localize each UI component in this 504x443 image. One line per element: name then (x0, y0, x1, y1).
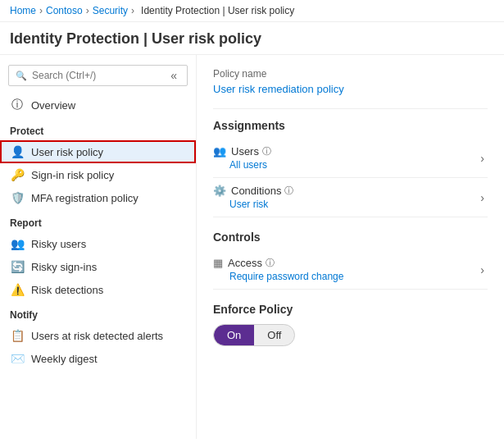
conditions-info-icon: ⓘ (284, 185, 293, 197)
toggle-off-option[interactable]: Off (254, 325, 294, 345)
sidebar-item-mfa-registration[interactable]: 🛡️ MFA registration policy (0, 186, 196, 209)
sidebar-item-risky-signins-label: Risky sign-ins (31, 261, 97, 273)
sidebar-item-overview[interactable]: ⓘ Overview (0, 93, 196, 117)
users-assignment-label: Users (231, 145, 259, 158)
overview-icon: ⓘ (10, 98, 25, 112)
sidebar: 🔍 « ⓘ Overview Protect 👤 User risk polic… (0, 55, 197, 439)
conditions-assignment-icon: ⚙️ (213, 185, 226, 197)
access-chevron-icon[interactable]: › (477, 260, 488, 280)
users-assignment-icon: 👥 (213, 145, 226, 158)
page-title: Identity Protection | User risk policy (0, 22, 504, 55)
search-icon: 🔍 (16, 71, 27, 81)
risky-signins-icon: 🔄 (10, 260, 25, 273)
sidebar-item-weekly-digest[interactable]: ✉️ Weekly digest (0, 347, 196, 370)
access-info-icon: ⓘ (266, 257, 275, 269)
enforce-policy-label: Enforce Policy (213, 303, 488, 316)
breadcrumb-security[interactable]: Security (93, 5, 128, 16)
sidebar-item-alerts[interactable]: 📋 Users at risk detected alerts (0, 324, 196, 347)
policy-name-label: Policy name (213, 68, 488, 80)
sidebar-item-mfa-registration-label: MFA registration policy (31, 192, 138, 204)
sidebar-item-risk-detections-label: Risk detections (31, 284, 103, 296)
sidebar-section-report: Report (0, 209, 196, 232)
breadcrumb-current: Identity Protection | User risk policy (141, 5, 294, 16)
users-assignment-value: All users (213, 159, 477, 171)
user-risk-policy-icon: 👤 (10, 145, 25, 158)
conditions-assignment-row: ⚙️ Conditions ⓘ User risk › (213, 178, 488, 217)
risk-detections-icon: ⚠️ (10, 283, 25, 296)
toggle-on-option[interactable]: On (214, 325, 254, 345)
users-info-icon: ⓘ (262, 145, 271, 158)
access-control-content: ▦ Access ⓘ Require password change (213, 257, 477, 282)
access-control-label: Access (228, 257, 262, 269)
access-control-row: ▦ Access ⓘ Require password change › (213, 250, 488, 290)
controls-section: Controls ▦ Access ⓘ Require password cha… (213, 231, 488, 290)
users-assignment-content: 👥 Users ⓘ All users (213, 145, 477, 171)
enforce-policy-section: Enforce Policy On Off (213, 303, 488, 346)
breadcrumb-contoso[interactable]: Contoso (46, 5, 83, 16)
controls-section-title: Controls (213, 231, 488, 244)
sidebar-item-risky-signins[interactable]: 🔄 Risky sign-ins (0, 255, 196, 278)
alerts-icon: 📋 (10, 329, 25, 342)
signin-risk-policy-icon: 🔑 (10, 168, 25, 181)
risky-users-icon: 👥 (10, 237, 25, 250)
users-assignment-row: 👥 Users ⓘ All users › (213, 139, 488, 178)
weekly-digest-icon: ✉️ (10, 352, 25, 365)
enforce-policy-toggle-container: On Off (213, 324, 488, 346)
conditions-assignment-label: Conditions (231, 185, 281, 197)
sidebar-item-risky-users-label: Risky users (31, 238, 86, 250)
policy-name-value: User risk remediation policy (213, 83, 488, 95)
conditions-assignment-content: ⚙️ Conditions ⓘ User risk (213, 185, 477, 210)
sidebar-item-overview-label: Overview (31, 99, 75, 112)
content-area: Policy name User risk remediation policy… (197, 55, 504, 439)
sidebar-item-alerts-label: Users at risk detected alerts (31, 330, 163, 342)
sidebar-section-notify: Notify (0, 301, 196, 324)
breadcrumb: Home › Contoso › Security › Identity Pro… (0, 0, 504, 22)
sidebar-section-protect: Protect (0, 117, 196, 140)
search-box[interactable]: 🔍 « (8, 65, 188, 86)
conditions-assignment-header: ⚙️ Conditions ⓘ (213, 185, 477, 197)
conditions-chevron-icon[interactable]: › (477, 188, 488, 208)
sidebar-item-risky-users[interactable]: 👥 Risky users (0, 232, 196, 255)
access-control-value: Require password change (213, 271, 477, 282)
breadcrumb-home[interactable]: Home (10, 5, 36, 16)
mfa-registration-icon: 🛡️ (10, 191, 25, 204)
sidebar-item-signin-risk-policy[interactable]: 🔑 Sign-in risk policy (0, 163, 196, 186)
search-input[interactable] (32, 70, 167, 81)
access-control-header: ▦ Access ⓘ (213, 257, 477, 269)
sidebar-item-signin-risk-policy-label: Sign-in risk policy (31, 169, 114, 181)
sidebar-item-risk-detections[interactable]: ⚠️ Risk detections (0, 278, 196, 301)
users-chevron-icon[interactable]: › (477, 148, 488, 168)
access-control-icon: ▦ (213, 257, 223, 269)
sidebar-item-weekly-digest-label: Weekly digest (31, 353, 98, 365)
sidebar-item-user-risk-policy-label: User risk policy (31, 146, 103, 158)
enforce-policy-toggle[interactable]: On Off (213, 324, 295, 346)
sidebar-item-user-risk-policy[interactable]: 👤 User risk policy (0, 140, 196, 163)
divider-1 (213, 108, 488, 109)
assignments-section-title: Assignments (213, 119, 488, 132)
conditions-assignment-value: User risk (213, 199, 477, 210)
collapse-button[interactable]: « (167, 69, 180, 82)
users-assignment-header: 👥 Users ⓘ (213, 145, 477, 158)
